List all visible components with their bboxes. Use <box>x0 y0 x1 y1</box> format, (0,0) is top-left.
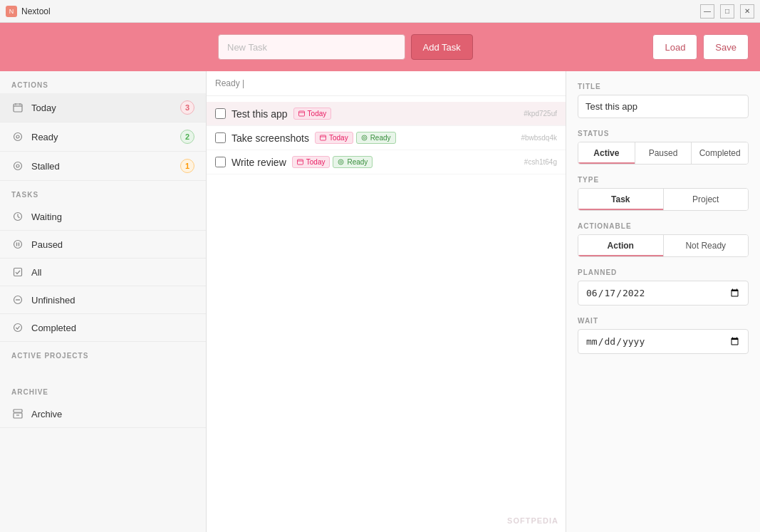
task-checkbox-screenshots[interactable] <box>215 132 226 143</box>
sidebar-item-archive[interactable]: Archive <box>0 400 206 428</box>
task-list: Test this app Today #kpd725uf Take scree… <box>207 96 566 532</box>
svg-rect-27 <box>297 160 303 165</box>
all-icon <box>11 266 24 278</box>
task-list-header: Ready | <box>207 71 566 96</box>
type-field: TYPE Task Project <box>578 176 749 211</box>
header-status: Ready | <box>215 78 244 88</box>
planned-field-label: PLANNED <box>578 268 749 276</box>
status-btn-group: Active Paused Completed <box>578 142 749 165</box>
svg-rect-18 <box>14 410 22 412</box>
svg-point-25 <box>362 135 367 140</box>
today-icon <box>11 101 24 114</box>
title-bar-controls: — □ ✕ <box>700 4 754 19</box>
status-paused-button[interactable]: Paused <box>635 142 692 164</box>
sidebar-item-today[interactable]: Today 3 <box>0 93 206 122</box>
title-field: TITLE <box>578 83 749 118</box>
task-checkbox-test-app[interactable] <box>215 108 226 119</box>
sidebar-item-unfinished[interactable]: Unfinished <box>0 286 206 314</box>
svg-rect-0 <box>14 104 22 112</box>
paused-icon <box>11 238 24 251</box>
svg-point-29 <box>338 160 343 165</box>
actionable-action-button[interactable]: Action <box>578 235 664 256</box>
detail-panel: TITLE STATUS Active Paused Completed TYP… <box>566 71 760 532</box>
title-bar-left: N Nextool <box>6 6 51 17</box>
sidebar-item-completed[interactable]: Completed <box>0 314 206 342</box>
projects-section-title: ACTIVE PROJECTS <box>0 342 206 364</box>
task-tags-screenshots: Today Ready <box>315 132 396 144</box>
sidebar-item-waiting[interactable]: Waiting <box>0 203 206 231</box>
type-btn-group: Task Project <box>578 188 749 211</box>
add-task-button[interactable]: Add Task <box>411 34 473 60</box>
planned-date-input[interactable] <box>578 281 749 306</box>
type-project-button[interactable]: Project <box>664 189 749 210</box>
actions-section-title: ACTIONS <box>0 71 206 93</box>
app-icon: N <box>6 6 17 17</box>
task-title-screenshots: Take screenshots <box>231 132 309 144</box>
title-input[interactable] <box>578 95 749 118</box>
task-checkbox-review[interactable] <box>215 157 226 167</box>
completed-label: Completed <box>31 323 194 333</box>
planned-field: PLANNED <box>578 268 749 306</box>
svg-point-4 <box>14 133 22 141</box>
type-task-button[interactable]: Task <box>578 189 664 210</box>
status-active-button[interactable]: Active <box>578 142 635 164</box>
sidebar-item-ready[interactable]: Ready 2 <box>0 122 206 152</box>
task-id-test-app: #kpd725uf <box>524 110 557 118</box>
task-tags-review: Today Ready <box>292 156 373 168</box>
unfinished-label: Unfinished <box>31 295 194 306</box>
close-button[interactable]: ✕ <box>740 4 754 19</box>
status-field-label: STATUS <box>578 130 749 137</box>
all-label: All <box>31 267 194 278</box>
title-field-label: TITLE <box>578 83 749 90</box>
actionable-notready-button[interactable]: Not Ready <box>664 235 749 256</box>
task-item-screenshots[interactable]: Take screenshots Today <box>207 126 566 150</box>
unfinished-icon <box>11 293 24 306</box>
restore-button[interactable]: □ <box>720 4 734 19</box>
tag-ready-2: Ready <box>356 132 396 144</box>
task-id-screenshots: #bwbsdq4k <box>521 134 557 142</box>
waiting-icon <box>11 210 24 223</box>
actionable-field-label: ACTIONABLE <box>578 222 749 230</box>
wait-field: WAIT <box>578 317 749 354</box>
stalled-badge: 1 <box>180 159 194 173</box>
stalled-label: Stalled <box>31 161 180 172</box>
wait-field-label: WAIT <box>578 317 749 325</box>
minimize-button[interactable]: — <box>700 4 714 19</box>
svg-point-17 <box>14 324 22 332</box>
svg-rect-23 <box>320 135 326 140</box>
task-list-panel: Ready | Test this app Today #kpd725uf <box>207 71 566 532</box>
svg-rect-14 <box>14 268 22 276</box>
tag-today-2: Today <box>315 132 353 144</box>
sidebar-item-paused[interactable]: Paused <box>0 231 206 259</box>
today-badge: 3 <box>180 100 194 115</box>
new-task-input[interactable] <box>218 34 405 60</box>
type-field-label: TYPE <box>578 176 749 184</box>
task-item-test-app[interactable]: Test this app Today #kpd725uf <box>207 102 566 126</box>
tag-ready-3: Ready <box>333 156 373 168</box>
svg-rect-21 <box>298 111 304 116</box>
svg-point-26 <box>363 137 365 139</box>
svg-point-5 <box>16 135 19 138</box>
today-label: Today <box>31 103 180 113</box>
stalled-icon <box>11 160 24 172</box>
main-layout: ACTIONS Today 3 Ready <box>0 71 760 532</box>
wait-date-input[interactable] <box>578 329 749 354</box>
task-id-review: #csh1t64g <box>524 158 557 166</box>
waiting-label: Waiting <box>31 212 194 222</box>
ready-badge: 2 <box>180 130 194 144</box>
status-completed-button[interactable]: Completed <box>692 142 748 164</box>
svg-line-10 <box>18 217 20 218</box>
svg-point-6 <box>14 162 22 170</box>
svg-point-11 <box>14 241 22 249</box>
task-item-review[interactable]: Write review Today Rea <box>207 150 566 174</box>
sidebar-item-stalled[interactable]: Stalled 1 <box>0 152 206 181</box>
paused-label: Paused <box>31 239 194 250</box>
sidebar: ACTIONS Today 3 Ready <box>0 71 207 532</box>
sidebar-item-all[interactable]: All <box>0 259 206 286</box>
ready-icon <box>11 130 24 143</box>
top-bar: Add Task Load Save <box>0 23 760 71</box>
tag-today-1: Today <box>293 108 332 120</box>
load-button[interactable]: Load <box>652 34 697 60</box>
save-button[interactable]: Save <box>703 34 749 60</box>
task-tags-test-app: Today <box>293 108 332 120</box>
